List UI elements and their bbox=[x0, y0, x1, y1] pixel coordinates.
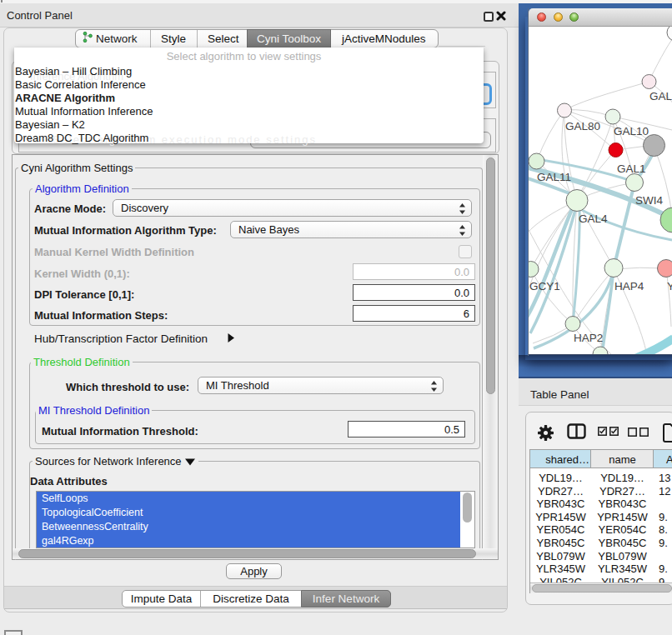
svg-text:Y: Y bbox=[667, 280, 672, 292]
svg-text:GAL4: GAL4 bbox=[579, 212, 608, 225]
svg-text:GAL10: GAL10 bbox=[614, 125, 649, 138]
svg-text:HAP2: HAP2 bbox=[574, 332, 603, 344]
svg-text:GAL11: GAL11 bbox=[537, 171, 571, 183]
svg-text:HAP4: HAP4 bbox=[614, 280, 644, 292]
svg-text:GCY1: GCY1 bbox=[529, 280, 560, 292]
svg-text:SWI4: SWI4 bbox=[635, 194, 663, 207]
svg-text:GAL1: GAL1 bbox=[617, 162, 646, 175]
svg-text:GAL80: GAL80 bbox=[565, 120, 600, 132]
svg-text:GAL7: GAL7 bbox=[649, 90, 672, 102]
